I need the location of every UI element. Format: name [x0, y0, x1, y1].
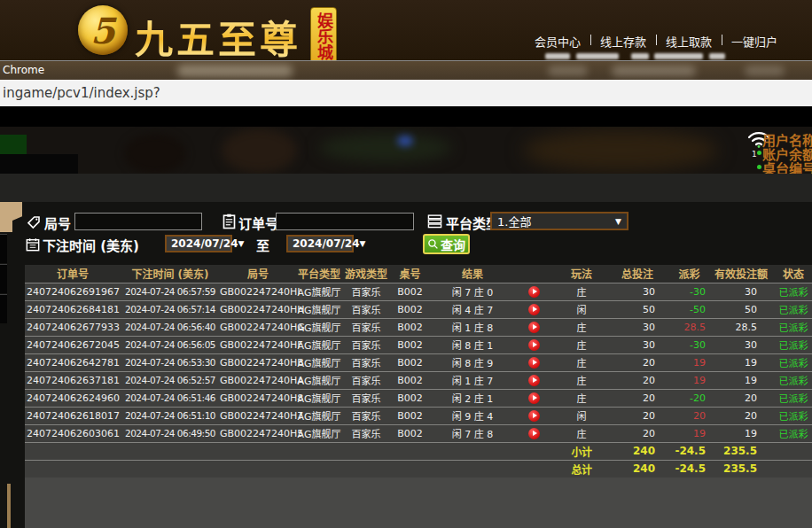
calendar-icon	[26, 237, 40, 252]
cell: 闲 4 庄 7	[430, 300, 515, 318]
top-nav-link[interactable]: 线上存款	[590, 33, 656, 50]
cell: GB002247240HH	[220, 300, 296, 318]
replay-cell	[515, 424, 552, 442]
column-header: 玩法	[552, 265, 611, 283]
replay-cell	[515, 300, 552, 318]
spacer-cell	[766, 460, 812, 478]
top-nav-link[interactable]: 会员中心	[525, 33, 590, 50]
table-header-row: 订单号下注时间 (美东)局号平台类型游戏类型桌号结果玩法总投注派彩有效投注额状态	[25, 265, 812, 283]
cell: 2024-07-24 06:52:57	[121, 371, 220, 389]
cell: 20	[611, 371, 664, 389]
cell: B002	[390, 389, 430, 407]
column-header: 订单号	[25, 265, 121, 283]
cell: AG旗舰厅	[296, 318, 342, 336]
cell: 2024-07-24 06:49:50	[121, 424, 220, 442]
cell: B002	[390, 318, 430, 336]
cell: 19	[664, 353, 714, 371]
cell: GB002247240HF	[220, 336, 296, 353]
cell: 19	[664, 424, 714, 442]
replay-button[interactable]	[528, 286, 540, 298]
cell: B002	[390, 424, 430, 442]
cell: 闲 1 庄 7	[430, 371, 515, 389]
cell: 240724062691967	[25, 283, 121, 300]
cell: -50	[664, 300, 714, 318]
replay-cell	[515, 318, 552, 336]
stream-blur	[124, 134, 186, 174]
column-header: 桌号	[390, 265, 430, 283]
stream-info-panel: 用户名称 1账户余额 桌台编号	[727, 127, 812, 174]
chevron-down-icon: ▼	[360, 239, 371, 248]
total-row: 总计240-24.5235.5	[25, 460, 812, 478]
replay-button[interactable]	[528, 410, 540, 422]
stream-table-corner	[0, 135, 27, 156]
replay-button[interactable]	[528, 428, 540, 439]
cell: B002	[390, 353, 430, 371]
cell: GB002247240HB	[220, 353, 296, 371]
cell: 2024-07-24 06:51:46	[121, 389, 220, 407]
cell: GB002247240H7	[220, 407, 296, 424]
cell: 已派彩	[766, 371, 812, 389]
top-nav-link[interactable]: 一键归户	[722, 33, 787, 50]
column-header: 总投注	[611, 265, 664, 283]
replay-button[interactable]	[528, 357, 540, 369]
cell: GB002247240H5	[220, 424, 296, 442]
order-no-input[interactable]	[276, 213, 414, 230]
cell: AG旗舰厅	[296, 407, 342, 424]
platform-select[interactable]: 1.全部 ▼	[490, 212, 629, 230]
sidebar-collapse-tab[interactable]	[0, 202, 22, 232]
cell: 240724062618017	[25, 407, 121, 424]
platform-list-icon	[427, 214, 442, 229]
query-button[interactable]: 查询	[423, 234, 470, 254]
replay-button[interactable]	[528, 322, 540, 333]
bet-records-table: 订单号下注时间 (美东)局号平台类型游戏类型桌号结果玩法总投注派彩有效投注额状态…	[25, 265, 812, 478]
round-no-input[interactable]	[74, 213, 202, 230]
cell: 已派彩	[766, 336, 812, 353]
cell: 2024-07-24 06:57:14	[121, 300, 220, 318]
cell: GB002247240H8	[220, 389, 296, 407]
cell: 30	[611, 318, 664, 336]
cell: 已派彩	[766, 424, 812, 442]
table-row: 2407240626841812024-07-24 06:57:14GB0022…	[25, 300, 812, 318]
sidebar-sliver	[7, 484, 11, 528]
logo-ribbon: 娱乐城	[310, 7, 337, 66]
cell: 2024-07-24 06:57:59	[121, 283, 220, 300]
cell: 19	[664, 371, 714, 389]
cell: B002	[390, 407, 430, 424]
stream-blur	[523, 130, 718, 171]
panel-top-band	[0, 174, 812, 202]
subtotal-label: 小计	[552, 442, 611, 460]
live-stream-banner: 用户名称 1账户余额 桌台编号	[0, 127, 812, 174]
cell: B002	[390, 336, 430, 353]
date-from-select[interactable]: 2024/07/24 ▼	[165, 235, 232, 252]
round-no-label: 局号	[44, 214, 71, 232]
cell: 百家乐	[342, 318, 390, 336]
cell: 240724062624960	[25, 389, 121, 407]
date-to-select[interactable]: 2024/07/24 ▼	[286, 235, 354, 252]
replay-cell	[515, 389, 552, 407]
cell: 28.5	[664, 318, 714, 336]
order-no-label: 订单号	[238, 214, 278, 232]
cell: AG旗舰厅	[296, 424, 342, 442]
replay-button[interactable]	[528, 304, 540, 315]
cell: 20	[611, 424, 664, 442]
divider-strip	[0, 106, 812, 127]
chevron-down-icon: ▼	[615, 217, 627, 226]
cell: 已派彩	[766, 283, 812, 300]
total-value: 240	[611, 460, 664, 478]
cell: GB002247240HA	[220, 371, 296, 389]
top-nav-link[interactable]: 线上取款	[656, 33, 722, 50]
url-bar[interactable]: ingame/pcv1/index.jsp?	[0, 80, 812, 106]
cell: 庄	[552, 424, 611, 442]
replay-button[interactable]	[528, 339, 540, 351]
site-logo-title: 九五至尊	[135, 9, 301, 64]
column-header: 派彩	[664, 265, 714, 283]
cell: 已派彩	[766, 300, 812, 318]
stream-blur	[222, 128, 297, 173]
replay-button[interactable]	[528, 392, 540, 404]
column-header: 下注时间 (美东)	[121, 265, 220, 283]
cell: 240724062637181	[25, 371, 121, 389]
cell: 闲	[552, 300, 611, 318]
replay-button[interactable]	[528, 375, 540, 386]
table-row: 2407240626779332024-07-24 06:56:40GB0022…	[25, 318, 812, 336]
browser-titlebar[interactable]: Chrome	[0, 60, 812, 80]
